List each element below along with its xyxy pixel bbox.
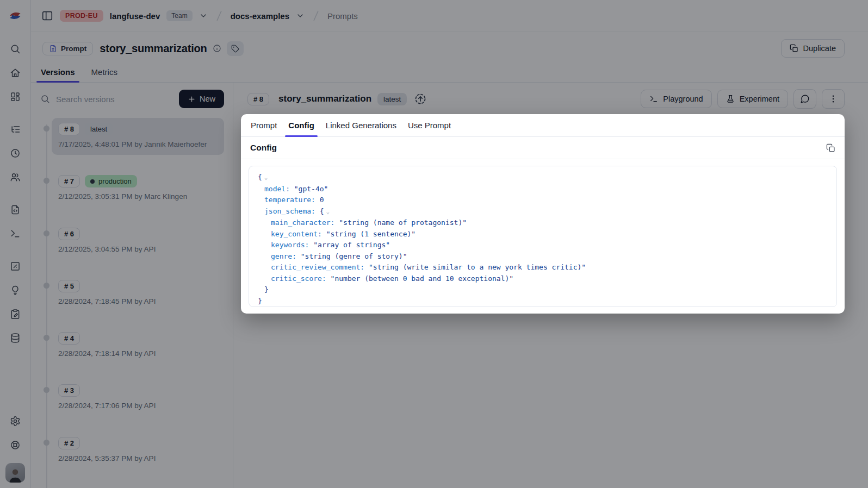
json-key: model: <box>264 185 290 193</box>
json-line: critic_review_comment: "string (write si… <box>252 262 833 273</box>
json-line: main_character: "string (name of protago… <box>252 217 833 229</box>
json-line: genre: "string (genre of story)" <box>252 251 833 262</box>
json-line: critic_score: "number (between 0 bad and… <box>252 273 833 285</box>
json-value: "string (genre of story)" <box>301 252 407 260</box>
json-key: critic_score: <box>271 274 326 283</box>
json-value: 0 <box>320 196 324 204</box>
json-line: } <box>252 296 833 307</box>
collapse-chevron-icon[interactable]: ⌄ <box>264 174 268 181</box>
detail-tab-config[interactable]: Config <box>287 114 315 136</box>
detail-tab-prompt[interactable]: Prompt <box>250 114 278 136</box>
detail-tabs: PromptConfigLinked GenerationsUse Prompt <box>241 114 845 137</box>
json-line: {⌄ <box>252 172 833 184</box>
json-brace: } <box>258 297 262 305</box>
json-line: temperature: 0 <box>252 195 833 206</box>
config-json-code: {⌄model: "gpt-4o"temperature: 0json_sche… <box>249 166 837 307</box>
config-json-viewer: {⌄model: "gpt-4o"temperature: 0json_sche… <box>241 159 845 314</box>
json-value: "string (1 sentence)" <box>326 230 416 238</box>
json-key: genre: <box>271 252 296 260</box>
detail-tab-use-prompt[interactable]: Use Prompt <box>407 114 452 136</box>
json-line: json_schema: {⌄ <box>252 206 833 218</box>
json-key: json_schema: <box>264 207 315 215</box>
json-line: } <box>252 284 833 296</box>
detail-tab-linked-generations[interactable]: Linked Generations <box>325 114 398 136</box>
prompt-detail-card: PromptConfigLinked GenerationsUse Prompt… <box>241 114 845 314</box>
copy-config-button[interactable] <box>826 143 835 153</box>
json-line: model: "gpt-4o" <box>252 184 833 195</box>
json-key: main_character: <box>271 218 334 227</box>
app-root: PROD-EU langfuse-dev Team docs-examples … <box>0 0 868 488</box>
json-value: "gpt-4o" <box>294 185 328 193</box>
collapse-chevron-icon[interactable]: ⌄ <box>326 208 330 215</box>
json-value: "number (between 0 bad and 10 exceptiona… <box>331 274 514 283</box>
json-value: "string (write similar to a new york tim… <box>369 263 586 271</box>
json-value: "string (name of protagonist)" <box>339 218 467 227</box>
json-value: "array of strings" <box>313 241 390 249</box>
json-key: temperature: <box>264 196 315 204</box>
json-line: key_content: "string (1 sentence)" <box>252 229 833 240</box>
config-section-header: Config <box>241 137 845 159</box>
json-brace: { <box>258 173 262 181</box>
json-brace: { <box>320 207 324 215</box>
json-key: keywords: <box>271 241 309 249</box>
json-key: key_content: <box>271 230 322 238</box>
config-section-title: Config <box>250 143 277 153</box>
json-brace: } <box>264 285 269 293</box>
json-line: keywords: "array of strings" <box>252 240 833 251</box>
json-key: critic_review_comment: <box>271 263 364 271</box>
